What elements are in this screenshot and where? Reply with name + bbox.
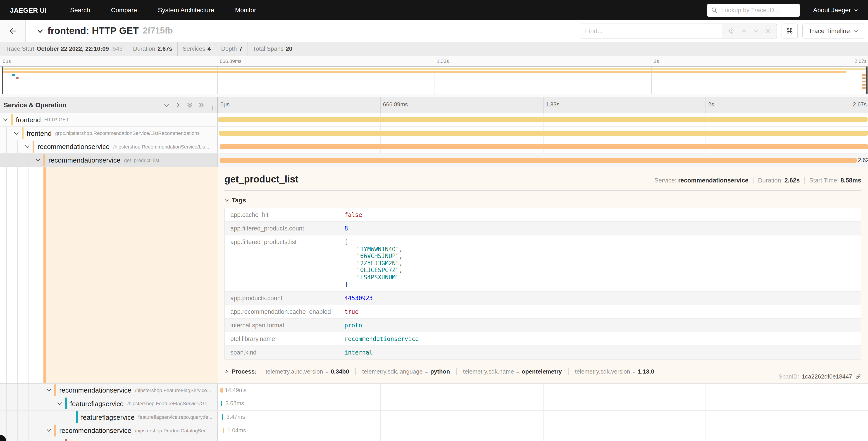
command-icon: ⌘: [786, 27, 793, 35]
keyboard-shortcuts-button[interactable]: ⌘: [781, 23, 798, 38]
span-service: featureflagservice: [81, 413, 135, 421]
minimap-span-bar: [862, 78, 866, 79]
span-name-cell[interactable]: recommendationservice get_product_list: [0, 154, 218, 167]
chevron-right-icon: [224, 369, 228, 374]
process-item: telemetry.sdk.language=python: [355, 368, 456, 375]
expand-all-double-chevron-right-icon[interactable]: [199, 102, 205, 108]
span-bar[interactable]: [219, 130, 868, 136]
tag-row[interactable]: app.cache_hit false: [225, 208, 861, 222]
tag-row[interactable]: span.kind internal: [225, 345, 861, 359]
nav-item-search[interactable]: Search: [70, 6, 90, 13]
tag-value: true: [344, 305, 359, 318]
minimap-right-drag-handle[interactable]: [866, 66, 868, 94]
span-id-value: 1ca2262df0e18447: [802, 373, 852, 380]
nav-item-monitor[interactable]: Monitor: [235, 6, 256, 13]
expand-one-chevron-right-icon[interactable]: [176, 102, 181, 108]
tag-row[interactable]: app.filtered_products.list [ "1YMWWN1N4O…: [225, 235, 861, 291]
span-duration-label: 2.62s: [858, 157, 868, 164]
collapse-controls: [164, 102, 205, 108]
span-name-cell[interactable]: featureflagservice /hipstershop.FeatureF…: [0, 397, 218, 410]
chevron-down-icon[interactable]: [57, 401, 62, 406]
minimap-span-bar: [862, 81, 866, 82]
tags-section-header[interactable]: Tags: [224, 197, 861, 204]
nav-item-compare[interactable]: Compare: [111, 6, 137, 13]
service-color-bar: [76, 411, 78, 423]
span-operation: /hipstershop.RecommendationService/Lis..…: [113, 144, 209, 149]
find-controls: [722, 24, 776, 38]
span-name-cell[interactable]: recommendationservice /hipstershop.Recom…: [0, 140, 218, 153]
span-name-cell[interactable]: frontend HTTP GET: [0, 113, 218, 126]
span-table-header: Service & Operation 0μs: [0, 97, 868, 113]
jaeger-trace-page: JAEGER UI Search Compare System Architec…: [0, 0, 868, 441]
trace-view-label: Trace Timeline: [808, 27, 850, 34]
span-operation: /hipstershop.FeatureFlagService/Ge...: [127, 401, 212, 406]
tag-key: internal.span.format: [225, 319, 344, 332]
back-button[interactable]: [0, 20, 26, 42]
span-detail-row: get_product_list Service: recommendation…: [0, 167, 868, 383]
minimap-left-drag-handle[interactable]: [2, 66, 3, 94]
prev-result-chevron-up-icon[interactable]: [741, 29, 746, 33]
span-service: featureflagservice: [70, 400, 124, 408]
span-bar[interactable]: [220, 158, 857, 163]
span-bar[interactable]: [220, 144, 868, 149]
span-bar[interactable]: [222, 414, 223, 420]
span-operation: get_product_list: [124, 157, 159, 163]
column-resize-handle[interactable]: [212, 106, 215, 111]
span-timeline-cell: 3.68ms: [218, 397, 868, 410]
minimap-span-bar: [12, 74, 15, 76]
span-row-get-product-list: recommendationservice get_product_list 2…: [0, 154, 868, 167]
collapse-all-double-chevron-down-icon[interactable]: [187, 102, 192, 108]
chevron-down-icon[interactable]: [35, 158, 41, 163]
chevron-down-icon[interactable]: [46, 428, 52, 433]
minimap-span-bar: [2, 68, 866, 70]
clear-find-x-icon[interactable]: [766, 28, 771, 33]
minimap-canvas[interactable]: [0, 66, 868, 94]
tag-row[interactable]: otel.library.name recommendationservice: [225, 332, 861, 345]
chevron-down-icon[interactable]: [46, 388, 52, 392]
tag-row[interactable]: app.products.count 44530923: [225, 291, 861, 304]
span-service: recommendationservice: [59, 427, 131, 435]
span-operation: grpc.hipstershop.RecommendationService/L…: [55, 130, 199, 136]
detail-tint-band: [46, 167, 218, 383]
tag-row[interactable]: internal.span.format proto: [225, 318, 861, 332]
process-section[interactable]: Process: telemetry.auto.version=0.34b0 t…: [224, 368, 861, 375]
find-input[interactable]: [580, 24, 722, 38]
span-name-cell[interactable]: recommendationservice /hipstershop.Produ…: [0, 424, 218, 437]
tag-key: span.kind: [225, 346, 344, 359]
locate-icon[interactable]: [728, 28, 734, 34]
tag-value: proto: [344, 319, 362, 332]
trace-view-selector[interactable]: Trace Timeline: [802, 23, 864, 38]
span-bar[interactable]: [220, 388, 223, 392]
chevron-down-icon[interactable]: [13, 130, 19, 136]
service-color-bar: [43, 167, 46, 383]
next-result-chevron-down-icon[interactable]: [753, 29, 759, 33]
trace-start: Trace Start October 22 2022, 22:10:09.54…: [0, 42, 128, 56]
tag-row[interactable]: app.filtered_products.count 8: [225, 222, 861, 235]
span-bar[interactable]: [218, 117, 867, 122]
process-item: telemetry.sdk.version=1.13.0: [568, 368, 660, 375]
span-name-cell[interactable]: frontend grpc.hipstershop.Recommendation…: [0, 127, 218, 140]
span-operation: featureflagservice.repo.query:fe...: [138, 414, 213, 420]
span-row-frontend-http-get: frontend HTTP GET: [0, 113, 868, 127]
app-brand[interactable]: JAEGER UI: [10, 6, 46, 14]
detail-divider: [224, 190, 861, 190]
span-service: recommendationservice: [37, 143, 110, 151]
chevron-down-icon[interactable]: [3, 117, 8, 122]
minimap-span-bar: [16, 77, 19, 79]
span-bar[interactable]: [221, 401, 222, 406]
trace-lookup-input[interactable]: [720, 6, 795, 14]
span-bar[interactable]: [223, 428, 224, 433]
collapse-trace-chevron-icon[interactable]: [37, 28, 43, 34]
chevron-down-icon[interactable]: [25, 144, 30, 149]
about-jaeger-menu[interactable]: About Jaeger: [813, 6, 858, 13]
span-name-cell[interactable]: featureflagservice featureflagservice.re…: [0, 411, 218, 424]
span-row-featureflagservice-get: featureflagservice /hipstershop.FeatureF…: [0, 397, 868, 411]
nav-item-system-architecture[interactable]: System Architecture: [158, 6, 214, 13]
trace-id: 2f715fb: [143, 26, 173, 36]
link-icon[interactable]: [855, 373, 861, 380]
process-item: telemetry.auto.version=0.34b0: [259, 368, 355, 375]
about-jaeger-label: About Jaeger: [813, 6, 851, 13]
span-name-cell[interactable]: recommendationservice /hipstershop.Featu…: [0, 383, 218, 396]
tag-row[interactable]: app.recommendation.cache_enabled true: [225, 304, 861, 318]
collapse-one-chevron-down-icon[interactable]: [164, 102, 169, 108]
